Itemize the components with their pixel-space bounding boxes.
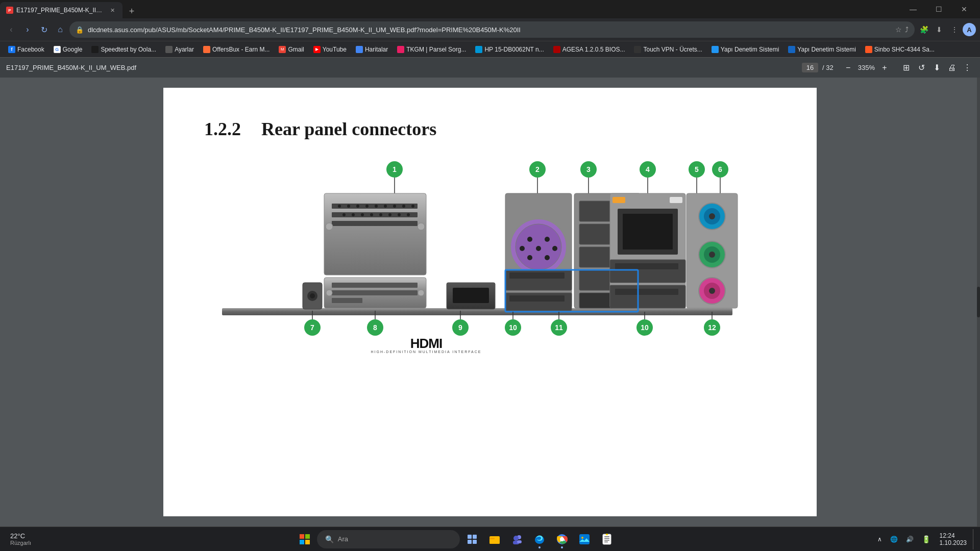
minimize-button[interactable]: — (901, 0, 925, 18)
chrome-button[interactable] (552, 529, 572, 549)
zoom-level: 335% (858, 64, 875, 71)
bookmark-agesa[interactable]: AGESA 1.2.0.5 BIOS... (549, 43, 629, 56)
svg-rect-30 (332, 298, 362, 303)
pdf-scrollbar-thumb[interactable] (977, 287, 980, 317)
google-label: Google (63, 46, 83, 53)
bookmark-hp[interactable]: HP 15-DB0062NT n... (471, 43, 548, 56)
more-pdf-button[interactable]: ⋮ (961, 61, 974, 74)
network-icon[interactable]: 🌐 (887, 534, 901, 545)
download-button[interactable]: ⬇ (932, 22, 946, 37)
bookmark-facebook[interactable]: f Facebook (4, 43, 48, 56)
svg-rect-126 (489, 538, 495, 539)
maximize-button[interactable]: ☐ (927, 0, 950, 18)
svg-rect-52 (509, 272, 565, 279)
pdf-scrollbar[interactable] (977, 78, 980, 527)
svg-point-18 (361, 213, 364, 216)
bookmark-haritalar[interactable]: Haritalar (352, 43, 392, 56)
print-button[interactable]: 🖨 (945, 61, 959, 74)
teams-button[interactable] (507, 529, 527, 549)
svg-point-46 (520, 246, 525, 251)
clock-time: 12:24 (940, 532, 967, 539)
bookmark-star-icon[interactable]: ☆ (895, 26, 902, 34)
touch-favicon (634, 46, 641, 53)
weather-widget[interactable]: 22°C Rüzgarlı (4, 532, 37, 546)
pdf-zoom-controls: − 335% + (842, 61, 891, 74)
svg-text:9: 9 (458, 323, 462, 332)
tray-arrow[interactable]: ∧ (874, 534, 885, 545)
zoom-in-button[interactable]: + (878, 61, 891, 74)
bookmark-tkgm[interactable]: TKGM | Parsel Sorg... (393, 43, 470, 56)
back-button[interactable]: ‹ (4, 22, 18, 37)
tab-close-button[interactable]: ✕ (108, 6, 116, 14)
task-view-icon (467, 534, 477, 544)
fit-page-button[interactable]: ⊞ (899, 61, 913, 74)
svg-rect-140 (604, 540, 609, 541)
notepad-button[interactable] (597, 529, 617, 549)
bookmark-youtube[interactable]: ▶ YouTube (309, 43, 351, 56)
svg-point-35 (310, 293, 315, 298)
bookmark-gmail[interactable]: M Gmail (275, 43, 308, 56)
gmail-favicon: M (279, 46, 286, 53)
svg-rect-69 (670, 197, 682, 203)
bookmark-sinbo[interactable]: Sinbo SHC-4344 Sa... (861, 43, 939, 56)
weather-temp: 22°C (10, 532, 31, 540)
svg-rect-137 (603, 534, 611, 544)
share-icon[interactable]: ⤴ (905, 26, 909, 34)
refresh-button[interactable]: ↻ (37, 22, 51, 37)
bookmark-offersbux[interactable]: OffersBux - Earn M... (199, 43, 274, 56)
bookmark-speedtest[interactable]: Speedtest by Oola... (87, 43, 160, 56)
rotate-button[interactable]: ↺ (915, 61, 928, 74)
active-tab[interactable]: P E17197_PRIME_B450M-K_II_UM_WEB.pdf ✕ (0, 2, 122, 18)
battery-icon[interactable]: 🔋 (919, 533, 934, 545)
svg-point-8 (356, 205, 359, 208)
yapi1-favicon (712, 46, 719, 53)
tab-bar: P E17197_PRIME_B450M-K_II_UM_WEB.pdf ✕ +… (0, 0, 980, 18)
svg-point-88 (709, 252, 715, 258)
svg-point-25 (326, 223, 333, 230)
search-bar[interactable]: 🔍 Ara (317, 530, 460, 548)
bookmark-yapi1[interactable]: Yapı Denetim Sistemi (707, 43, 783, 56)
new-tab-button[interactable]: + (125, 4, 139, 18)
svg-text:10: 10 (509, 323, 517, 332)
bookmark-touch[interactable]: Touch VPN - Ücrets... (630, 43, 706, 56)
task-view-button[interactable] (462, 529, 482, 549)
volume-icon[interactable]: 🔊 (903, 534, 917, 545)
chrome-icon (556, 534, 568, 545)
svg-rect-24 (332, 221, 418, 226)
close-button[interactable]: ✕ (952, 0, 976, 18)
section-heading: 1.2.2Rear panel connectors (204, 118, 776, 140)
ayarlar-label: Ayarlar (175, 46, 194, 53)
edge-button[interactable] (529, 529, 550, 549)
svg-rect-130 (517, 540, 522, 543)
pdf-page-input[interactable] (802, 63, 818, 72)
start-button[interactable] (295, 529, 315, 549)
svg-point-128 (513, 536, 519, 541)
address-bar-icons: ☆ ⤴ (895, 26, 909, 34)
svg-text:8: 8 (373, 323, 377, 332)
svg-point-32 (418, 290, 424, 296)
clock-date: 1.10.2023 (940, 539, 967, 546)
section-title-text: Rear panel connectors (261, 119, 436, 139)
zoom-out-button[interactable]: − (842, 61, 855, 74)
bookmark-ayarlar[interactable]: Ayarlar (161, 43, 198, 56)
offersbux-favicon (203, 46, 210, 53)
bookmark-yapi2[interactable]: Yapı Denetim Sistemi (784, 43, 860, 56)
svg-rect-74 (610, 285, 685, 308)
extensions-button[interactable]: 🧩 (917, 22, 931, 37)
clock[interactable]: 12:24 1.10.2023 (937, 530, 970, 548)
more-menu-button[interactable]: ⋮ (947, 22, 962, 37)
photos-button[interactable] (574, 529, 595, 549)
download-pdf-button[interactable]: ⬇ (930, 61, 943, 74)
svg-text:2: 2 (535, 165, 540, 173)
forward-button[interactable]: › (20, 22, 35, 37)
address-bar[interactable]: 🔒 dlcdnets.asus.com/pub/ASUS/mb/SocketAM… (69, 21, 915, 38)
pdf-filename: E17197_PRIME_B450M-K_II_UM_WEB.pdf (6, 64, 794, 71)
bookmark-google[interactable]: G Google (50, 43, 87, 56)
svg-rect-68 (612, 197, 625, 203)
profile-button[interactable]: A (963, 23, 976, 36)
home-button[interactable]: ⌂ (53, 22, 67, 37)
nav-bar: ‹ › ↻ ⌂ 🔒 dlcdnets.asus.com/pub/ASUS/mb/… (0, 18, 980, 41)
gmail-label: Gmail (288, 46, 304, 53)
show-desktop-button[interactable] (973, 529, 976, 549)
file-explorer-button[interactable] (484, 529, 505, 549)
